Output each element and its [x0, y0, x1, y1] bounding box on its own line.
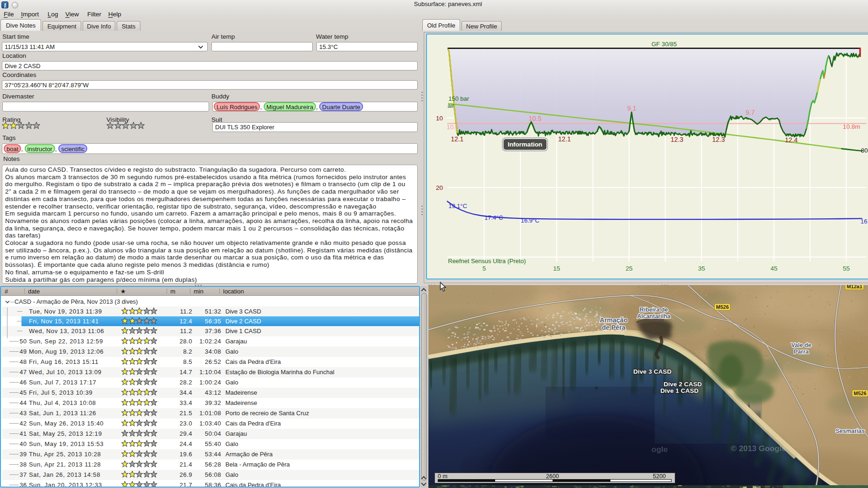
- svg-text:Dive 3 CASD: Dive 3 CASD: [633, 368, 672, 375]
- svg-text:25: 25: [625, 265, 632, 272]
- svg-text:10.8m: 10.8m: [843, 123, 861, 130]
- svg-text:M526: M526: [854, 390, 867, 396]
- svg-text:45: 45: [770, 265, 777, 272]
- svg-text:10.5: 10.5: [529, 115, 541, 122]
- svg-text:Ribeira de: Ribeira de: [640, 307, 668, 313]
- svg-text:de Pêra: de Pêra: [602, 324, 626, 331]
- svg-text:Vale de: Vale de: [791, 342, 811, 349]
- svg-text:M12a1: M12a1: [847, 285, 862, 289]
- svg-text:© 2013 Google: © 2013 Google: [731, 444, 786, 453]
- svg-text:17.4°C: 17.4°C: [484, 214, 503, 221]
- svg-text:19.1°C: 19.1°C: [448, 202, 467, 209]
- svg-text:Reefnet Sensus Ultra (Preto): Reefnet Sensus Ultra (Preto): [448, 258, 526, 265]
- svg-text:M526: M526: [716, 304, 729, 310]
- svg-text:12.3: 12.3: [712, 136, 725, 143]
- svg-text:55: 55: [843, 265, 850, 272]
- svg-text:16.9°C: 16.9°C: [521, 217, 539, 224]
- svg-text:12.3: 12.3: [671, 136, 683, 143]
- svg-text:GF 30/85: GF 30/85: [651, 41, 677, 48]
- svg-text:20: 20: [436, 184, 443, 191]
- svg-text:12.4: 12.4: [785, 136, 798, 144]
- svg-text:10.8: 10.8: [447, 124, 459, 131]
- svg-text:Dive 1 CASD: Dive 1 CASD: [660, 387, 699, 394]
- svg-text:Armação: Armação: [600, 316, 628, 324]
- svg-text:12.1: 12.1: [451, 135, 463, 143]
- svg-text:Sesmarias: Sesmarias: [836, 428, 865, 434]
- svg-text:35: 35: [698, 265, 705, 272]
- svg-text:Parra: Parra: [794, 349, 809, 355]
- svg-text:9.7: 9.7: [746, 109, 755, 116]
- svg-text:ogle: ogle: [651, 445, 668, 454]
- svg-text:Dive 2 CASD: Dive 2 CASD: [664, 381, 702, 388]
- svg-text:Alcantarilha: Alcantarilha: [637, 313, 671, 320]
- svg-text:5: 5: [483, 265, 486, 272]
- svg-text:12.1: 12.1: [558, 135, 571, 143]
- svg-text:150 bar: 150 bar: [448, 95, 469, 102]
- svg-text:9.1: 9.1: [627, 105, 637, 112]
- svg-text:10: 10: [436, 115, 443, 122]
- svg-text:16.5°C: 16.5°C: [861, 218, 868, 225]
- svg-text:air: air: [448, 102, 455, 109]
- svg-text:80: 80: [861, 147, 868, 154]
- svg-text:15: 15: [553, 265, 560, 272]
